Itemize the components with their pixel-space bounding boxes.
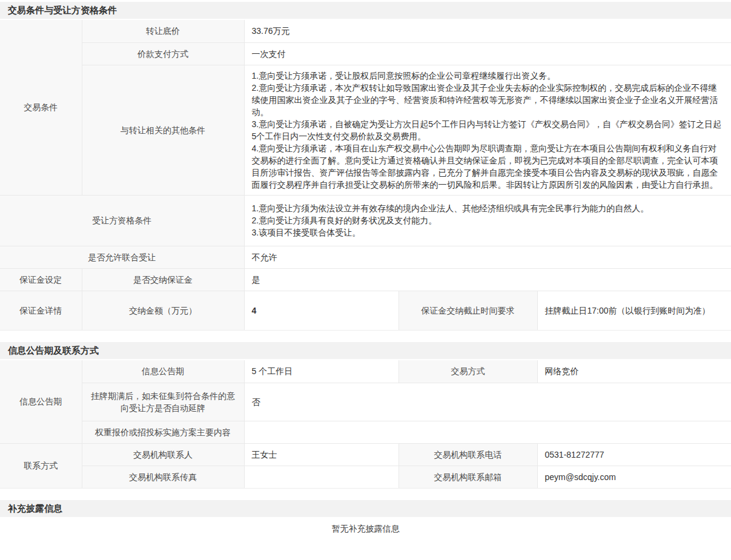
- deposit-amount-label: 交纳金额（万元）: [82, 291, 244, 330]
- joint-transfer-label: 是否允许联合受让: [0, 246, 244, 268]
- qualification-value: 1.意向受让方须为依法设立并有效存续的境内企业法人、其他经济组织或具有完全民事行…: [244, 195, 731, 246]
- announcement-contact-table: 信息公告期 信息公告期 5 个工作日 交易方式 网络竞价 挂牌期满后，如未征集到…: [0, 360, 731, 488]
- qualification-line-3: 3.该项目不接受联合体受让。: [252, 226, 724, 239]
- table-row: 保证金详情 交纳金额（万元） 4 保证金交纳截止时间要求 挂牌截止日17:00前…: [0, 291, 731, 330]
- contact-person-label: 交易机构联系人: [82, 443, 244, 466]
- contact-fax-label: 交易机构联系传真: [82, 466, 244, 488]
- contact-email-value: peym@sdcqjy.com: [537, 466, 731, 488]
- contact-fax-value: [244, 466, 399, 488]
- disclosure-page: 交易条件与受让方资格条件 交易条件 转让底价 33.76万元 价款支付方式 一次…: [0, 0, 731, 539]
- deposit-required-label: 是否交纳保证金: [82, 268, 244, 291]
- section-announcement-contact-title: 信息公告期及联系方式: [0, 342, 731, 359]
- table-row: 保证金设定 是否交纳保证金 是: [0, 268, 731, 291]
- other-conditions-line-2: 2.意向受让方须承诺，本次产权转让如导致国家出资企业及其子企业失去标的企业实际控…: [252, 82, 724, 118]
- payment-method-value: 一次支付: [244, 42, 731, 65]
- table-row: 与转让相关的其他条件 1.意向受让方须承诺，受让股权后同意按照标的企业公司章程继…: [0, 65, 731, 195]
- trade-conditions-table: 交易条件 转让底价 33.76万元 价款支付方式 一次支付 与转让相关的其他条件…: [0, 20, 731, 330]
- announce-period-label: 信息公告期: [82, 360, 244, 383]
- deposit-detail-group-label: 保证金详情: [0, 291, 82, 330]
- section-announcement-contact: 信息公告期及联系方式 信息公告期 信息公告期 5 个工作日 交易方式 网络竞价 …: [0, 342, 731, 489]
- table-row: 联系方式 交易机构联系人 王女士 交易机构联系电话 0531-81272777: [0, 443, 731, 466]
- deposit-deadline-label: 保证金交纳截止时间要求: [399, 291, 537, 330]
- contact-email-label: 交易机构联系邮箱: [399, 466, 537, 488]
- auto-extend-label: 挂牌期满后，如未征集到符合条件的意向受让方是否自动延牌: [82, 383, 244, 421]
- other-conditions-line-1: 1.意向受让方须承诺，受让股权后同意按照标的企业公司章程继续履行出资义务。: [252, 70, 724, 82]
- deposit-required-value: 是: [244, 268, 731, 291]
- table-row: 受让方资格条件 1.意向受让方须为依法设立并有效存续的境内企业法人、其他经济组织…: [0, 195, 731, 246]
- table-row: 信息公告期 信息公告期 5 个工作日 交易方式 网络竞价: [0, 360, 731, 383]
- table-row: 权重报价或招投标实施方案主要内容: [0, 421, 731, 443]
- qualification-line-1: 1.意向受让方须为依法设立并有效存续的境内企业法人、其他经济组织或具有完全民事行…: [252, 202, 724, 214]
- section-supplement-disclosure: 补充披露信息 暂无补充披露信息: [0, 500, 731, 539]
- table-row: 是否允许联合受让 不允许: [0, 246, 731, 268]
- floor-price-label: 转让底价: [82, 20, 244, 42]
- section-trade-conditions: 交易条件与受让方资格条件 交易条件 转让底价 33.76万元 价款支付方式 一次…: [0, 2, 731, 331]
- other-conditions-value: 1.意向受让方须承诺，受让股权后同意按照标的企业公司章程继续履行出资义务。 2.…: [244, 65, 731, 195]
- announcement-group-label: 信息公告期: [0, 360, 82, 443]
- trade-method-value: 网络竞价: [537, 360, 731, 383]
- trade-conditions-group-label: 交易条件: [0, 20, 82, 195]
- joint-transfer-value: 不允许: [244, 246, 731, 268]
- deposit-deadline-value: 挂牌截止日17:00前（以银行到账时间为准）: [537, 291, 731, 330]
- qualification-label: 受让方资格条件: [0, 195, 244, 246]
- section-trade-conditions-title: 交易条件与受让方资格条件: [0, 2, 731, 19]
- weight-quote-value: [244, 421, 731, 443]
- qualification-line-2: 2.意向受让方须具有良好的财务状况及支付能力。: [252, 214, 724, 226]
- table-row: 交易条件 转让底价 33.76万元: [0, 20, 731, 42]
- contact-phone-label: 交易机构联系电话: [399, 443, 537, 466]
- deposit-amount-value: 4: [244, 291, 399, 330]
- contact-person-value: 王女士: [244, 443, 399, 466]
- payment-method-label: 价款支付方式: [82, 42, 244, 65]
- table-row: 挂牌期满后，如未征集到符合条件的意向受让方是否自动延牌 否: [0, 383, 731, 421]
- floor-price-value: 33.76万元: [244, 20, 731, 42]
- table-row: 价款支付方式 一次支付: [0, 42, 731, 65]
- supplement-empty-note: 暂无补充披露信息: [0, 518, 731, 539]
- other-conditions-label: 与转让相关的其他条件: [82, 65, 244, 195]
- auto-extend-value: 否: [244, 383, 731, 421]
- trade-method-label: 交易方式: [399, 360, 537, 383]
- contact-phone-value: 0531-81272777: [537, 443, 731, 466]
- section-supplement-disclosure-title: 补充披露信息: [0, 500, 731, 517]
- table-row: 交易机构联系传真 交易机构联系邮箱 peym@sdcqjy.com: [0, 466, 731, 488]
- other-conditions-line-3: 3.意向受让方须承诺，自被确定为受让方次日起5个工作日内与转让方签订《产权交易合…: [252, 118, 724, 142]
- other-conditions-line-4: 4.意向受让方须承诺，本项目在山东产权交易中心公告期即为尽职调查期，意向受让方在…: [252, 142, 724, 191]
- announce-period-value: 5 个工作日: [244, 360, 399, 383]
- weight-quote-label: 权重报价或招投标实施方案主要内容: [82, 421, 244, 443]
- contact-group-label: 联系方式: [0, 443, 82, 488]
- deposit-setting-group-label: 保证金设定: [0, 268, 82, 291]
